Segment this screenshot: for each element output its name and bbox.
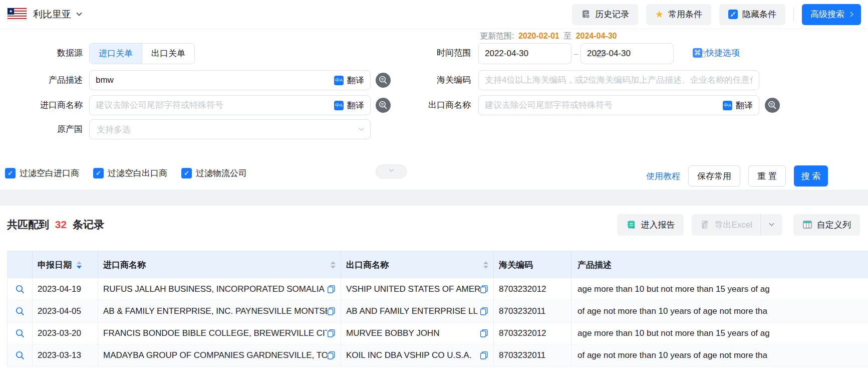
cell-hs-code: 8703232012 bbox=[494, 278, 571, 300]
product-desc-input[interactable] bbox=[96, 75, 334, 85]
command-icon: ⌘ bbox=[693, 48, 702, 58]
update-range-to: 2024-04-30 bbox=[574, 32, 619, 40]
filter-blank-exporter[interactable]: ✓ 过滤空白出口商 bbox=[93, 167, 167, 179]
history-button[interactable]: 历史记录 bbox=[572, 4, 638, 25]
hs-code-input[interactable] bbox=[485, 75, 753, 85]
advanced-search-label: 高级搜索 bbox=[810, 9, 844, 20]
fuzzy-search-toggle[interactable] bbox=[765, 98, 780, 113]
tutorial-link[interactable]: 使用教程 bbox=[646, 170, 680, 182]
importer-input[interactable] bbox=[96, 100, 334, 110]
table-row: 2023-04-05 AB & FAMILY ENTERPRISE, INC. … bbox=[8, 300, 868, 322]
tab-import-declarations[interactable]: 进口关单 bbox=[90, 44, 142, 64]
sort-asc-icon[interactable] bbox=[483, 261, 488, 264]
quick-options-button[interactable]: ⌘ 快捷选项 bbox=[693, 47, 740, 59]
translate-icon: 中A bbox=[723, 101, 732, 110]
filter-logistics-company[interactable]: ✓ 过滤物流公司 bbox=[181, 167, 247, 179]
sort-desc-icon[interactable] bbox=[77, 266, 82, 269]
copy-icon[interactable] bbox=[480, 351, 488, 359]
sort-asc-icon[interactable] bbox=[77, 261, 82, 264]
cell-exporter[interactable]: KOIL INC DBA VSHIP CO U.S.A. bbox=[346, 350, 471, 360]
customize-columns-button[interactable]: 自定义列 bbox=[793, 214, 860, 236]
sort-buttons-exporter[interactable] bbox=[483, 261, 488, 269]
copy-icon[interactable] bbox=[480, 307, 488, 315]
update-range-label: 更新范围: bbox=[480, 32, 514, 40]
exporter-input[interactable] bbox=[485, 100, 723, 110]
favorites-label: 常用条件 bbox=[668, 9, 702, 20]
header-detail-column bbox=[8, 251, 33, 278]
date-range-separator: – bbox=[574, 43, 579, 64]
copy-icon[interactable] bbox=[327, 329, 336, 337]
checkbox-checked-icon[interactable]: ✓ bbox=[5, 168, 16, 178]
translate-button[interactable]: 中A 翻译 bbox=[334, 100, 364, 111]
translate-icon: 中A bbox=[334, 76, 344, 85]
topbar: ★ 利比里亚 历史记录 ★ 常用条件 隐藏条件 高级搜索 bbox=[0, 0, 868, 29]
checkbox-checked-icon[interactable]: ✓ bbox=[181, 168, 192, 178]
cell-importer[interactable]: AB & FAMILY ENTERPRISE, INC. PAYNESVILLE… bbox=[103, 306, 327, 316]
sort-desc-icon[interactable] bbox=[483, 266, 488, 269]
results-count: 32 bbox=[52, 219, 70, 230]
translate-icon: 中A bbox=[334, 101, 344, 110]
search-button[interactable]: 搜 索 bbox=[794, 165, 828, 187]
origin-country-select[interactable]: 支持多选 bbox=[89, 119, 371, 139]
columns-icon bbox=[802, 220, 812, 229]
start-date-input[interactable] bbox=[478, 43, 571, 64]
header-label: 申报日期 bbox=[38, 259, 72, 271]
header-product-desc: 产品描述 bbox=[571, 251, 868, 278]
country-selector[interactable]: ★ 利比里亚 bbox=[7, 8, 81, 21]
cell-exporter[interactable]: VSHIP UNITED STATES OF AMER bbox=[346, 284, 480, 294]
cell-importer[interactable]: FRANCIS BONDOE BIBLE COLLEGE, BREWERVILL… bbox=[103, 328, 327, 338]
exporter-inputwrap: 中A 翻译 bbox=[478, 95, 759, 115]
cell-exporter[interactable]: MURVEE BOBBY JOHN bbox=[346, 328, 439, 338]
cell-importer[interactable]: RUFUS JALLAH BUSINESS, INCORPORATED SOMA… bbox=[103, 284, 325, 294]
copy-icon[interactable] bbox=[480, 329, 488, 337]
time-range-label: 时间范围 bbox=[377, 43, 471, 63]
chevron-down-icon bbox=[359, 125, 364, 130]
view-detail-button[interactable] bbox=[15, 350, 25, 360]
export-icon bbox=[700, 220, 710, 230]
export-excel-group: 导出Excel bbox=[692, 214, 782, 236]
report-icon bbox=[626, 220, 636, 230]
end-date-field[interactable] bbox=[587, 49, 698, 59]
cell-exporter[interactable]: AB AND FAMILY ENTERPRISE LL bbox=[346, 306, 478, 316]
cell-hs-code: 8703232011 bbox=[494, 344, 571, 366]
view-detail-button[interactable] bbox=[15, 284, 25, 294]
header-label: 海关编码 bbox=[499, 259, 533, 271]
tab-export-declarations[interactable]: 出口关单 bbox=[142, 44, 194, 64]
search-form: 更新范围: 2020-02-01 至 2024-04-30 数据源 进口关单 出… bbox=[0, 29, 868, 190]
cell-product-desc: of age not more than 10 years of age not… bbox=[571, 344, 868, 366]
translate-button[interactable]: 中A 翻译 bbox=[723, 100, 753, 111]
cell-date: 2023-03-13 bbox=[33, 344, 98, 366]
favorites-button[interactable]: ★ 常用条件 bbox=[646, 4, 711, 25]
sort-asc-icon[interactable] bbox=[331, 261, 336, 264]
export-dropdown-button[interactable] bbox=[760, 214, 782, 236]
save-favorite-button[interactable]: 保存常用 bbox=[688, 165, 740, 187]
header-importer: 进口商名称 bbox=[98, 251, 341, 278]
hs-code-label: 海关编码 bbox=[377, 70, 471, 90]
hide-conditions-button[interactable]: 隐藏条件 bbox=[719, 4, 785, 25]
reset-button[interactable]: 重 置 bbox=[748, 165, 786, 187]
flag-star-icon: ★ bbox=[8, 8, 14, 15]
product-desc-inputwrap: 中A 翻译 bbox=[89, 70, 371, 90]
copy-icon[interactable] bbox=[327, 285, 336, 293]
view-detail-button[interactable] bbox=[15, 328, 25, 338]
view-detail-button[interactable] bbox=[15, 306, 25, 316]
sort-buttons-importer[interactable] bbox=[331, 261, 336, 269]
filter-blank-importer[interactable]: ✓ 过滤空白进口商 bbox=[5, 167, 79, 179]
advanced-search-button[interactable]: 高级搜索 bbox=[802, 4, 861, 25]
expand-more-conditions-button[interactable] bbox=[376, 164, 407, 178]
update-range-to-word: 至 bbox=[563, 32, 571, 40]
table-row: 2023-03-13 MADAYBA GROUP OF COMPANIES GA… bbox=[8, 344, 868, 366]
cell-hs-code: 8703232011 bbox=[494, 300, 571, 322]
cell-importer[interactable]: MADAYBA GROUP OF COMPANIES GARDNESVILLE,… bbox=[103, 350, 327, 360]
sort-desc-icon[interactable] bbox=[331, 266, 336, 269]
enter-report-button[interactable]: 进入报告 bbox=[617, 214, 684, 236]
end-date-input[interactable] bbox=[581, 43, 674, 64]
copy-icon[interactable] bbox=[480, 285, 488, 293]
cell-product-desc: age more than 10 but not more than 15 ye… bbox=[571, 322, 868, 344]
sort-buttons-date[interactable] bbox=[77, 261, 82, 269]
translate-button[interactable]: 中A 翻译 bbox=[334, 75, 364, 86]
copy-icon[interactable] bbox=[327, 351, 336, 359]
checkbox-checked-icon[interactable]: ✓ bbox=[93, 168, 104, 178]
copy-icon[interactable] bbox=[327, 307, 336, 315]
chevron-down-icon bbox=[76, 10, 82, 16]
